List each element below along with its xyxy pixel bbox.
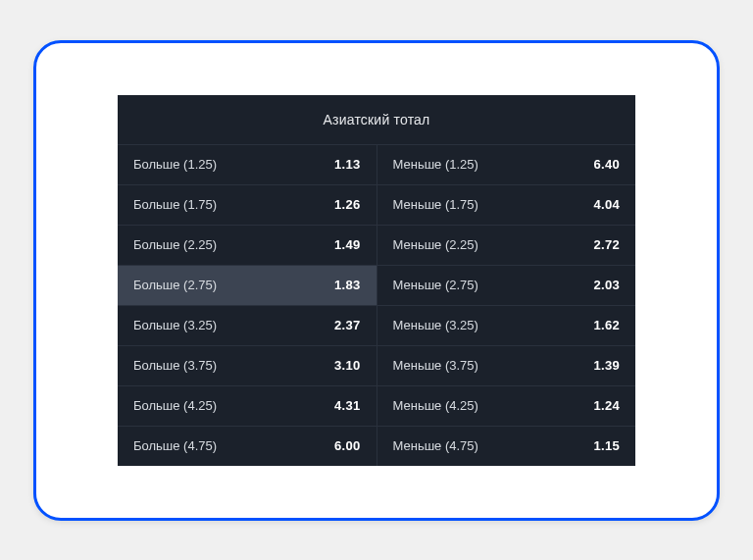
under-cell[interactable]: Меньше (3.25)1.62 [377, 306, 636, 345]
under-label: Меньше (2.25) [393, 237, 478, 252]
under-odd: 2.72 [593, 237, 620, 252]
under-cell[interactable]: Меньше (4.25)1.24 [377, 386, 636, 426]
under-label: Меньше (3.75) [393, 358, 478, 373]
under-odd: 1.15 [593, 438, 620, 453]
over-odd: 1.26 [334, 197, 361, 212]
under-odd: 6.40 [593, 157, 620, 172]
over-cell[interactable]: Больше (3.75)3.10 [118, 346, 377, 385]
table-row: Больше (4.25)4.31Меньше (4.25)1.24 [118, 385, 635, 426]
under-cell[interactable]: Меньше (4.75)1.15 [377, 427, 636, 466]
under-odd: 2.03 [593, 278, 620, 292]
over-odd: 1.49 [334, 237, 361, 252]
table-row: Больше (2.25)1.49Меньше (2.25)2.72 [118, 225, 635, 265]
over-label: Больше (4.75) [133, 438, 217, 453]
under-label: Меньше (4.25) [393, 398, 478, 413]
under-cell[interactable]: Меньше (2.25)2.72 [377, 226, 636, 265]
under-cell[interactable]: Меньше (1.75)4.04 [377, 185, 636, 225]
over-label: Больше (4.25) [133, 398, 217, 413]
over-odd: 4.31 [334, 398, 361, 413]
table-title: Азиатский тотал [118, 95, 635, 144]
over-cell[interactable]: Больше (4.75)6.00 [118, 427, 377, 466]
under-label: Меньше (2.75) [393, 278, 478, 292]
over-odd: 2.37 [334, 318, 361, 332]
over-cell[interactable]: Больше (1.75)1.26 [118, 185, 377, 225]
over-label: Больше (1.25) [133, 157, 217, 172]
under-cell[interactable]: Меньше (3.75)1.39 [377, 346, 636, 385]
table-row: Больше (4.75)6.00Меньше (4.75)1.15 [118, 426, 635, 466]
table-row: Больше (2.75)1.83Меньше (2.75)2.03 [118, 265, 635, 305]
over-odd: 3.10 [334, 358, 361, 373]
card-container: Азиатский тотал Больше (1.25)1.13Меньше … [33, 40, 720, 521]
over-odd: 6.00 [334, 438, 361, 453]
under-cell[interactable]: Меньше (2.75)2.03 [377, 266, 636, 305]
under-odd: 1.62 [593, 318, 620, 332]
over-label: Больше (3.75) [133, 358, 217, 373]
over-cell[interactable]: Больше (2.75)1.83 [118, 266, 377, 305]
over-odd: 1.13 [334, 157, 361, 172]
under-label: Меньше (3.25) [393, 318, 478, 332]
over-label: Больше (2.25) [133, 237, 217, 252]
under-odd: 4.04 [593, 197, 620, 212]
over-odd: 1.83 [334, 278, 361, 292]
under-odd: 1.24 [593, 398, 620, 413]
table-row: Больше (1.25)1.13Меньше (1.25)6.40 [118, 144, 635, 184]
over-cell[interactable]: Больше (1.25)1.13 [118, 145, 377, 184]
under-label: Меньше (1.75) [393, 197, 478, 212]
table-row: Больше (1.75)1.26Меньше (1.75)4.04 [118, 184, 635, 225]
asian-total-table: Азиатский тотал Больше (1.25)1.13Меньше … [118, 95, 635, 466]
over-label: Больше (1.75) [133, 197, 217, 212]
over-cell[interactable]: Больше (4.25)4.31 [118, 386, 377, 426]
over-cell[interactable]: Больше (3.25)2.37 [118, 306, 377, 345]
over-label: Больше (3.25) [133, 318, 217, 332]
table-row: Больше (3.75)3.10Меньше (3.75)1.39 [118, 345, 635, 385]
over-cell[interactable]: Больше (2.25)1.49 [118, 226, 377, 265]
table-row: Больше (3.25)2.37Меньше (3.25)1.62 [118, 305, 635, 345]
table-title-text: Азиатский тотал [324, 112, 430, 127]
under-label: Меньше (4.75) [393, 438, 478, 453]
under-label: Меньше (1.25) [393, 157, 478, 172]
under-cell[interactable]: Меньше (1.25)6.40 [377, 145, 636, 184]
over-label: Больше (2.75) [133, 278, 217, 292]
under-odd: 1.39 [593, 358, 620, 373]
